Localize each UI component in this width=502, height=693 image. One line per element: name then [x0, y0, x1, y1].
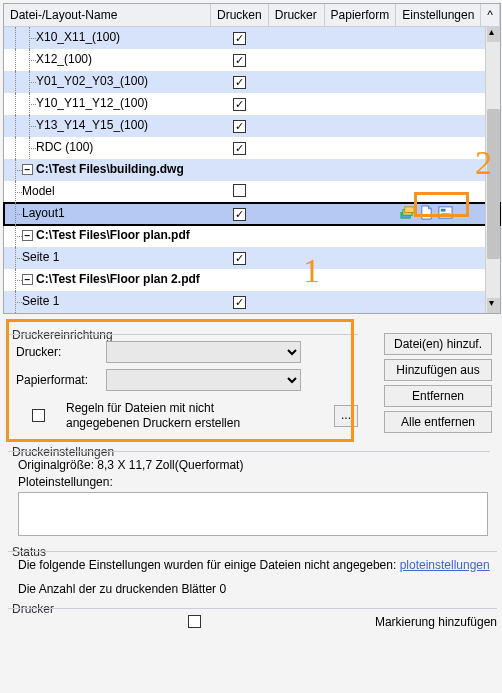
col-paper[interactable]: Papierform: [324, 4, 396, 26]
marking-checkbox[interactable]: [188, 615, 201, 628]
table-row[interactable]: X10_X11_(100): [4, 26, 500, 49]
table-row[interactable]: Y01_Y02_Y03_(100): [4, 71, 500, 93]
rules-checkbox[interactable]: [32, 409, 45, 422]
scroll-thumb[interactable]: [487, 109, 500, 259]
row-label: X10_X11_(100): [36, 30, 120, 44]
table-row[interactable]: Model: [4, 181, 500, 203]
add-files-button[interactable]: Datei(en) hinzuf.: [384, 333, 492, 355]
row-label: C:\Test Files\Floor plan.pdf: [36, 228, 190, 242]
printer-setup-title: Druckereinrichtung: [8, 328, 113, 342]
row-label: Y10_Y11_Y12_(100): [36, 96, 148, 110]
printer-group-title: Drucker: [8, 602, 54, 616]
row-label: RDC (100): [36, 140, 93, 154]
svg-rect-3: [439, 206, 452, 217]
print-checkbox[interactable]: [233, 98, 246, 111]
table-row[interactable]: C:\Test Files\Floor plan.pdf: [4, 225, 500, 247]
status-title: Status: [8, 545, 46, 559]
print-checkbox[interactable]: [233, 208, 246, 221]
table-row[interactable]: RDC (100): [4, 137, 500, 159]
printer-label: Drucker:: [16, 345, 106, 359]
print-checkbox[interactable]: [233, 142, 246, 155]
rules-browse-button[interactable]: ...: [334, 405, 358, 427]
row-label: X12_(100): [36, 52, 92, 66]
print-checkbox[interactable]: [233, 252, 246, 265]
table-row[interactable]: Layout1: [4, 203, 500, 225]
row-label: Seite 1: [22, 250, 59, 264]
print-checkbox[interactable]: [233, 76, 246, 89]
row-label: Y01_Y02_Y03_(100): [36, 74, 148, 88]
printer-combo[interactable]: [106, 341, 301, 363]
rules-label: Regeln für Dateien mit nicht angegebenen…: [66, 401, 266, 431]
svg-rect-5: [441, 213, 450, 216]
print-settings-title: Druckeinstellungen: [8, 445, 114, 459]
print-checkbox[interactable]: [233, 54, 246, 67]
annotation-2: 2: [475, 144, 492, 182]
svg-rect-2: [404, 206, 413, 212]
annotation-1: 1: [303, 252, 320, 290]
col-scroll[interactable]: ^: [481, 4, 500, 26]
collapse-icon[interactable]: [22, 230, 33, 241]
row-label: Layout1: [22, 206, 65, 220]
layout-icon[interactable]: [438, 205, 453, 223]
row-label: C:\Test Files\building.dwg: [36, 162, 184, 176]
collapse-icon[interactable]: [22, 274, 33, 285]
paper-label: Papierformat:: [16, 373, 106, 387]
print-checkbox[interactable]: [233, 296, 246, 309]
col-printer[interactable]: Drucker: [268, 4, 324, 26]
table-row[interactable]: Seite 1: [4, 291, 500, 313]
print-checkbox[interactable]: [233, 120, 246, 133]
status-group: Status Die folgende Einstellungen wurden…: [8, 545, 497, 596]
row-label: Y13_Y14_Y15_(100): [36, 118, 148, 132]
print-settings-group: Druckeinstellungen Originalgröße: 8,3 X …: [8, 445, 490, 539]
print-checkbox[interactable]: [233, 184, 246, 197]
col-settings[interactable]: Einstellungen: [396, 4, 481, 26]
marking-label: Markierung hinzufügen: [375, 615, 497, 629]
collapse-icon[interactable]: [22, 164, 33, 175]
row-label: Seite 1: [22, 294, 59, 308]
svg-rect-4: [441, 208, 446, 211]
col-print[interactable]: Drucken: [211, 4, 269, 26]
row-label: Model: [22, 184, 55, 198]
add-from-button[interactable]: Hinzufügen aus: [384, 359, 492, 381]
status-line1-text: Die folgende Einstellungen wurden für ei…: [18, 558, 396, 572]
row-label: C:\Test Files\Floor plan 2.pdf: [36, 272, 200, 286]
scroll-up-icon[interactable]: [487, 27, 500, 42]
original-size-text: Originalgröße: 8,3 X 11,7 Zoll(Querforma…: [18, 458, 490, 472]
plot-settings-link[interactable]: ploteinstellungen: [400, 558, 490, 572]
remove-button[interactable]: Entfernen: [384, 385, 492, 407]
plot-settings-textarea[interactable]: [18, 492, 488, 536]
table-row[interactable]: C:\Test Files\Floor plan 2.pdf: [4, 269, 500, 291]
table-row[interactable]: Y13_Y14_Y15_(100): [4, 115, 500, 137]
page-icon[interactable]: [419, 205, 434, 223]
table-header-row: Datei-/Layout-Name Drucken Drucker Papie…: [4, 4, 500, 26]
scroll-down-icon[interactable]: [487, 298, 500, 313]
status-line2: Die Anzahl der zu druckenden Blätter 0: [18, 582, 497, 596]
col-name[interactable]: Datei-/Layout-Name: [4, 4, 211, 26]
table-row[interactable]: C:\Test Files\building.dwg: [4, 159, 500, 181]
table-row[interactable]: Seite 1: [4, 247, 500, 269]
layers-icon[interactable]: [400, 205, 415, 223]
remove-all-button[interactable]: Alle entfernen: [384, 411, 492, 433]
plot-settings-label: Ploteinstellungen:: [18, 475, 490, 489]
action-buttons: Datei(en) hinzuf. Hinzufügen aus Entfern…: [384, 333, 492, 433]
paper-combo[interactable]: [106, 369, 301, 391]
layout-table[interactable]: Datei-/Layout-Name Drucken Drucker Papie…: [3, 3, 501, 314]
printer-setup-group: Druckereinrichtung Drucker: Papierformat…: [8, 328, 358, 431]
print-checkbox[interactable]: [233, 32, 246, 45]
table-row[interactable]: X12_(100): [4, 49, 500, 71]
table-row[interactable]: Y10_Y11_Y12_(100): [4, 93, 500, 115]
printer-group: Drucker Markierung hinzufügen: [8, 602, 497, 629]
